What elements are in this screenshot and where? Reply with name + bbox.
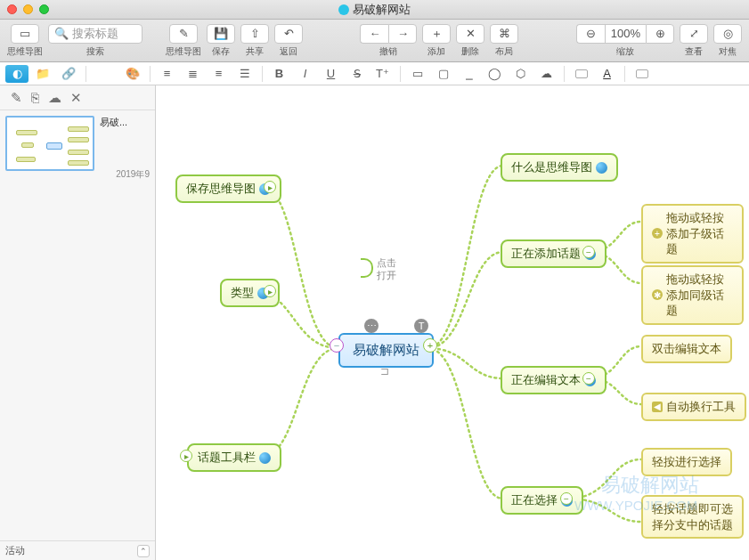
node-what-is-mindmap[interactable]: 什么是思维导图 [501,153,618,182]
delete-label: 删除 [461,45,479,58]
focus-label: 对焦 [719,45,737,58]
titlebar: 易破解网站 [0,0,749,20]
shape-circle-button[interactable]: ◯ [484,65,507,83]
bg-color-button[interactable] [631,65,654,83]
zoom-out-button[interactable]: ⊖ [576,24,605,44]
close-window-button[interactable] [7,4,17,14]
mindmap-button[interactable]: ▭ [11,24,39,44]
format-bar: ◐ 📁 🔗 🎨 ≡ ≣ ≡ ☰ B I U S̶ T⁺ ▭ ▢ ⎯ ◯ ⬡ ☁ … [0,62,749,85]
shape-hex-button[interactable]: ⬡ [509,65,533,83]
note-autowrap[interactable]: ◀ 自动换行工具 [641,393,746,421]
node-text: 拖动或轻按添加子级话题 [666,210,733,257]
root-node-text: 易破解网站 [353,342,419,359]
thumbnail-item[interactable]: 易破... 2019年9 [5,116,150,181]
node-text: 类型 [231,285,254,301]
palette-icon[interactable]: 🎨 [121,65,144,83]
expand-dot[interactable]: ▸ [180,450,192,462]
node-text: 双击编辑文本 [652,341,721,357]
close-doc-icon[interactable]: ✕ [70,90,82,106]
shape-rect-button[interactable]: ▭ [406,65,429,83]
node-text: 拖动或轻按添加同级话题 [666,272,733,319]
focus-button[interactable]: ◎ [713,24,742,44]
node-text: 正在添加话题 [511,246,581,262]
share-label: 共享 [246,45,264,58]
italic-button[interactable]: I [294,65,317,83]
edit-mindmap-button[interactable]: ✎ [169,24,198,44]
search-input[interactable]: 🔍 搜索标题 [48,24,142,44]
view-mode-mindmap[interactable]: ◐ [5,65,28,83]
node-text: 什么是思维导图 [511,159,592,175]
root-node[interactable]: 易破解网站 [338,333,434,368]
sidebar: ✎ ⎘ ☁ ✕ [0,85,156,560]
text-color-button[interactable]: A [596,65,619,83]
expand-dot[interactable]: − [582,372,595,385]
search-label: 搜索 [86,45,104,58]
redo-button[interactable]: → [388,24,417,44]
back-button[interactable]: ↶ [274,24,303,44]
root-menu-dot[interactable]: ⋯ [364,319,379,333]
zoom-window-button[interactable] [39,4,49,14]
text-format-button[interactable]: T⁺ [371,65,395,83]
view-mode-folder[interactable]: 📁 [31,65,54,83]
share-button[interactable]: ⇧ [240,24,269,44]
save-button[interactable]: 💾 [207,24,235,44]
expand-dot[interactable]: − [582,246,595,258]
underline-button[interactable]: U [320,65,343,83]
layout-button[interactable]: ⌘ [490,24,518,44]
app-icon [338,4,349,15]
open-doc-icon[interactable]: ⎘ [31,90,39,105]
cloud-icon[interactable]: ☁ [48,90,61,106]
minimize-window-button[interactable] [23,4,33,14]
add-button[interactable]: ＋ [422,24,451,44]
thumbnail-title: 易破... [100,116,150,129]
thumbnail-preview [5,116,94,171]
note-drag-add-child[interactable]: + 拖动或轻按添加子级话题 [641,204,744,264]
view-button[interactable]: ⤢ [680,24,708,44]
note-doubleclick-edit[interactable]: 双击编辑文本 [641,335,732,363]
fill-color-button[interactable] [570,65,593,83]
main-toolbar: ▭ 思维导图 🔍 搜索标题 搜索 ✎ 思维导图 💾 保存 ⇧ 共享 ↶ 返回 ←… [0,20,749,62]
root-expand-right[interactable]: + [423,338,437,353]
mindmap-canvas[interactable]: 易破解网站 ⋯ T − + ⊐ 点击 打开 保存思维导图 ▸ 类型 ▸ 话题工具… [156,85,749,560]
save-label: 保存 [212,45,230,58]
click-open-hint: 点击 打开 [377,256,396,282]
expand-dot[interactable]: ▸ [264,285,276,297]
node-text: 话题工具栏 [198,450,256,466]
zoom-value[interactable]: 100% [605,24,646,44]
globe-icon [259,452,271,464]
shape-cloud-button[interactable]: ☁ [535,65,558,83]
zoom-in-button[interactable]: ⊕ [646,24,674,44]
align-center-icon[interactable]: ≣ [182,65,205,83]
new-doc-icon[interactable]: ✎ [11,90,22,106]
note-tap-select-branch[interactable]: 轻按话题即可选择分支中的话题 [641,495,744,539]
bold-button[interactable]: B [268,65,291,83]
align-right-icon[interactable]: ≡ [208,65,231,83]
view-mode-link[interactable]: 🔗 [57,65,80,83]
shape-line-button[interactable]: ⎯ [458,65,481,83]
edit-mindmap-label: 思维导图 [166,45,201,58]
strike-button[interactable]: S̶ [346,65,369,83]
sidebar-bottom-label: 活动 [5,544,25,557]
window-title: 易破解网站 [0,2,749,18]
undo-button[interactable]: ← [360,24,388,44]
align-left-icon[interactable]: ≡ [156,65,179,83]
shape-rounded-button[interactable]: ▢ [432,65,455,83]
undo-label: 撤销 [379,45,397,58]
search-placeholder: 搜索标题 [72,26,118,42]
collapse-indicator[interactable]: ⊐ [380,365,389,377]
zoom-label: 缩放 [616,45,634,58]
node-text: 轻按话题即可选择分支中的话题 [652,501,733,532]
node-topic-toolbar[interactable]: 话题工具栏 [187,443,281,472]
sidebar-expand-icon[interactable]: ⌃ [137,545,150,557]
node-text: 正在编辑文本 [511,372,581,388]
node-text: 保存思维导图 [186,181,256,197]
note-tap-select[interactable]: 轻按进行选择 [641,448,732,476]
align-justify-icon[interactable]: ☰ [233,65,256,83]
expand-dot[interactable]: ▸ [264,181,276,193]
note-drag-add-sibling[interactable]: ✱ 拖动或轻按添加同级话题 [641,265,744,325]
delete-button[interactable]: ✕ [456,24,484,44]
root-text-dot[interactable]: T [414,319,428,333]
expand-dot[interactable]: − [560,492,573,505]
root-expand-left[interactable]: − [330,338,344,353]
mindmap-label: 思维导图 [7,45,43,58]
